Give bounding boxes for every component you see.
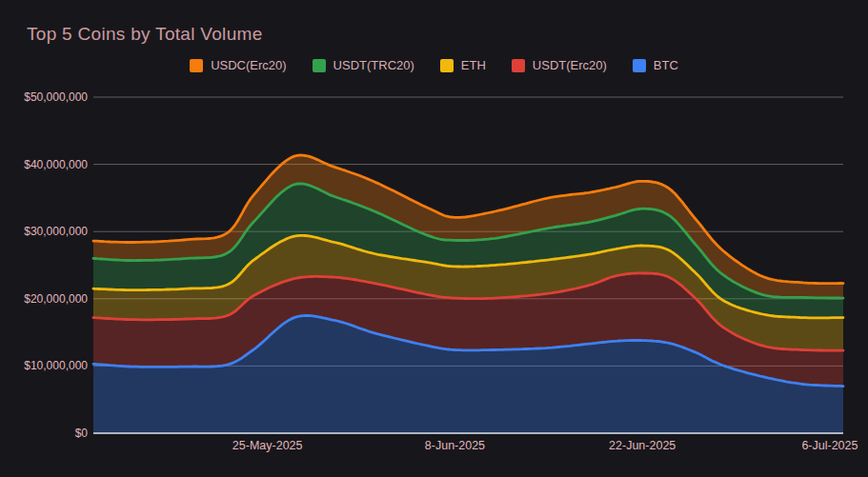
x-axis-tick-label: 22-Jun-2025 — [609, 439, 676, 452]
x-axis-tick-label: 25-May-2025 — [232, 439, 303, 452]
area-bands-group — [93, 155, 843, 433]
x-axis-tick-label: 8-Jun-2025 — [425, 439, 485, 452]
y-axis-tick-label: $0 — [75, 427, 89, 440]
chart-card: Top 5 Coins by Total Volume USDC(Erc20)U… — [0, 0, 868, 477]
x-axis-tick-label: 6-Jul-2025 — [801, 439, 858, 452]
y-axis-tick-label: $30,000,000 — [24, 225, 88, 238]
stacked-area-chart: $0$10,000,000$20,000,000$30,000,000$40,0… — [0, 0, 868, 477]
y-axis-tick-label: $50,000,000 — [24, 90, 88, 104]
y-axis-tick-label: $10,000,000 — [24, 359, 88, 372]
y-axis-tick-label: $40,000,000 — [24, 158, 88, 171]
y-axis-tick-label: $20,000,000 — [24, 292, 88, 306]
